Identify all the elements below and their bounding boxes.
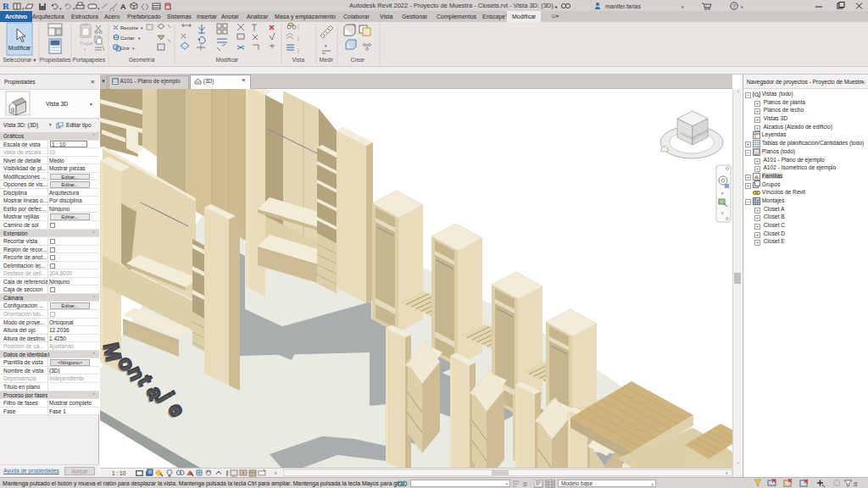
svg-text:Portapapeles: Portapapeles: [73, 57, 106, 64]
svg-text:▾: ▾: [741, 4, 743, 9]
svg-text:▾: ▾: [22, 6, 25, 11]
svg-text:▾: ▾: [170, 6, 171, 11]
svg-text:Crear: Crear: [351, 57, 365, 63]
svg-text:Modificar: Modificar: [8, 45, 31, 51]
svg-text:▾: ▾: [84, 47, 86, 52]
svg-text:▾: ▾: [141, 25, 143, 30]
svg-text:◂: ◂: [554, 4, 557, 9]
svg-text:▾: ▾: [90, 102, 92, 107]
svg-text:▾: ▾: [59, 6, 62, 11]
svg-text:Seleccionar ▾: Seleccionar ▾: [3, 57, 36, 63]
svg-text:▾: ▾: [97, 6, 100, 11]
svg-text:Pegar: Pegar: [80, 41, 93, 46]
svg-text:Unir: Unir: [120, 46, 130, 51]
svg-text:?: ?: [732, 3, 736, 9]
svg-text:Medir: Medir: [320, 57, 334, 63]
svg-text:Recorte: Recorte: [120, 25, 139, 30]
svg-text:▾: ▾: [132, 46, 135, 51]
svg-text:▾: ▾: [138, 36, 141, 41]
svg-text:Cortar: Cortar: [120, 36, 135, 41]
svg-text::0: :0: [853, 481, 858, 487]
svg-text:▾: ▾: [682, 4, 684, 9]
svg-text:▾: ▾: [73, 6, 75, 11]
svg-text:Vista 3D: Vista 3D: [46, 101, 68, 107]
svg-text:Geometría: Geometría: [129, 57, 155, 63]
svg-text:A: A: [120, 3, 126, 11]
svg-text:Vista: Vista: [292, 57, 305, 63]
svg-text:Modificar: Modificar: [216, 57, 239, 63]
svg-text:R: R: [3, 1, 10, 11]
svg-text:manifer.farias: manifer.farias: [605, 3, 642, 9]
svg-text::0: :0: [522, 481, 527, 487]
svg-text:▾: ▾: [325, 43, 327, 48]
svg-text:Propiedades: Propiedades: [40, 57, 71, 64]
